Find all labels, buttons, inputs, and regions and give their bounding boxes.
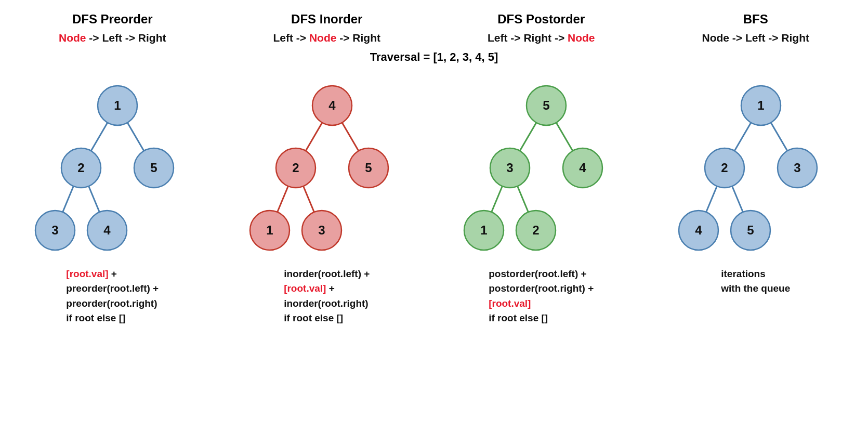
title-bfs: BFS — [657, 10, 854, 28]
node-4: 4 — [312, 86, 352, 125]
code-line: with the queue — [721, 281, 790, 296]
node-2: 2 — [61, 148, 101, 188]
tree-svg-bfs: 12345 — [678, 74, 834, 262]
header-preorder: DFS PreorderNode -> Left -> Right — [14, 10, 211, 45]
code-line: inorder(root.left) + — [284, 267, 370, 282]
code-line: inorder(root.right) — [284, 296, 370, 311]
node-5: 5 — [349, 148, 388, 188]
code-line: if root else [] — [489, 311, 594, 326]
svg-text:3: 3 — [507, 161, 514, 175]
title-inorder: DFS Inorder — [228, 10, 426, 28]
tree-section-bfs: 12345iterationswith the queue — [657, 74, 854, 329]
tree-section-preorder: 12345[root.val] +preorder(root.left) +pr… — [14, 74, 211, 329]
node-3: 3 — [35, 211, 75, 250]
subtitle-inorder: Left -> Node -> Right — [228, 30, 426, 45]
code-line: iterations — [721, 267, 790, 282]
svg-text:4: 4 — [104, 223, 111, 237]
node-1: 1 — [741, 86, 781, 125]
code-block-inorder: inorder(root.left) +[root.val] +inorder(… — [284, 267, 370, 329]
svg-text:5: 5 — [747, 223, 754, 237]
subtitle-preorder: Node -> Left -> Right — [14, 30, 211, 45]
node-5: 5 — [731, 211, 770, 250]
traversal-label: Traversal = [1, 2, 3, 4, 5] — [370, 50, 498, 64]
code-line: preorder(root.left) + — [66, 281, 159, 296]
svg-text:1: 1 — [114, 98, 121, 112]
code-block-preorder: [root.val] +preorder(root.left) +preorde… — [66, 267, 159, 329]
code-line: postorder(root.left) + — [489, 267, 594, 282]
code-line: postorder(root.right) + — [489, 281, 594, 296]
subtitle-bfs: Node -> Left -> Right — [657, 30, 854, 45]
node-5: 5 — [527, 86, 566, 125]
code-line: [root.val] + — [284, 281, 370, 296]
title-preorder: DFS Preorder — [14, 10, 211, 28]
code-line: [root.val] + — [66, 267, 159, 282]
node-4: 4 — [563, 148, 602, 188]
svg-text:5: 5 — [365, 161, 372, 175]
svg-text:2: 2 — [78, 161, 85, 175]
header-row: DFS PreorderNode -> Left -> RightDFS Ino… — [5, 10, 863, 45]
tree-svg-preorder: 12345 — [34, 74, 190, 262]
header-postorder: DFS PostorderLeft -> Right -> Node — [442, 10, 640, 45]
header-bfs: BFSNode -> Left -> Right — [657, 10, 854, 45]
tree-svg-postorder: 53124 — [463, 74, 619, 262]
node-2: 2 — [516, 211, 556, 250]
svg-text:2: 2 — [292, 161, 299, 175]
node-3: 3 — [302, 211, 341, 250]
svg-text:5: 5 — [151, 161, 157, 175]
trees-row: 12345[root.val] +preorder(root.left) +pr… — [5, 74, 863, 439]
node-5: 5 — [134, 148, 174, 188]
code-line: [root.val] — [489, 296, 594, 311]
svg-text:2: 2 — [533, 223, 540, 237]
tree-section-postorder: 53124postorder(root.left) +postorder(roo… — [442, 74, 640, 329]
header-inorder: DFS InorderLeft -> Node -> Right — [228, 10, 426, 45]
title-postorder: DFS Postorder — [442, 10, 640, 28]
node-3: 3 — [778, 148, 817, 188]
svg-text:1: 1 — [266, 223, 273, 237]
node-1: 1 — [250, 211, 290, 250]
code-block-postorder: postorder(root.left) +postorder(root.rig… — [489, 267, 594, 329]
page-container: DFS PreorderNode -> Left -> RightDFS Ino… — [0, 0, 868, 444]
subtitle-postorder: Left -> Right -> Node — [442, 30, 640, 45]
tree-section-inorder: 42135inorder(root.left) +[root.val] +ino… — [228, 74, 426, 329]
code-block-bfs: iterationswith the queue — [721, 267, 790, 329]
svg-text:1: 1 — [757, 98, 764, 112]
tree-svg-inorder: 42135 — [249, 74, 405, 262]
svg-text:1: 1 — [481, 223, 488, 237]
code-line: if root else [] — [284, 311, 370, 326]
node-1: 1 — [98, 86, 137, 125]
svg-text:4: 4 — [328, 98, 336, 112]
node-1: 1 — [464, 211, 504, 250]
node-4: 4 — [679, 211, 718, 250]
svg-text:3: 3 — [52, 223, 59, 237]
svg-text:4: 4 — [580, 161, 587, 175]
node-4: 4 — [87, 211, 127, 250]
svg-text:3: 3 — [318, 223, 325, 237]
code-line: if root else [] — [66, 311, 159, 326]
node-3: 3 — [490, 148, 530, 188]
svg-text:5: 5 — [543, 98, 550, 112]
svg-text:2: 2 — [721, 161, 728, 175]
svg-text:4: 4 — [695, 223, 702, 237]
node-2: 2 — [276, 148, 315, 188]
code-line: preorder(root.right) — [66, 296, 159, 311]
node-2: 2 — [705, 148, 744, 188]
svg-text:3: 3 — [794, 161, 800, 175]
